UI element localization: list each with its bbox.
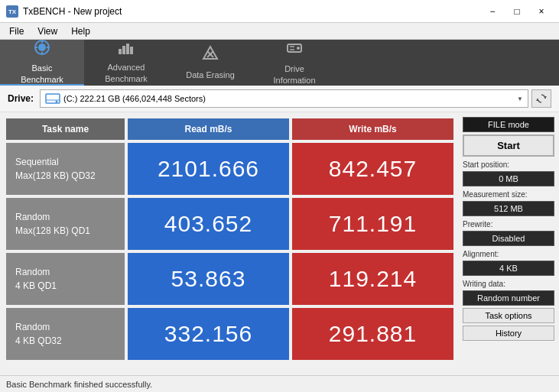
drive-information-label: DriveInformation [273,63,315,86]
main-area: Task name Read mB/s Write mB/s Sequentia… [0,112,559,375]
table-row: Random 4 KB QD32 332.156 291.881 [6,308,453,360]
alignment-label: Alignment: [463,250,554,258]
close-button[interactable]: × [530,4,553,19]
advanced-benchmark-label: AdvancedBenchmark [105,62,148,84]
row-3-task: Random 4 KB QD32 [6,308,125,360]
measurement-size-label: Measurement size: [463,190,554,199]
menu-help[interactable]: Help [65,24,96,38]
svg-rect-8 [119,49,122,54]
table-row: Random Max(128 KB) QD1 403.652 711.191 [6,198,453,250]
svg-marker-23 [536,99,539,101]
svg-point-3 [38,44,46,51]
title-bar-left: TX TxBENCH - New project [6,5,122,18]
drive-select[interactable]: (C:) 222.21 GB (466,024,448 Sectors) [40,89,528,108]
row-0-read: 2101.666 [128,143,289,195]
drive-label: Drive: [8,93,34,104]
writing-data-value[interactable]: Random number [463,290,554,306]
table-header: Task name Read mB/s Write mB/s [6,118,453,140]
basic-benchmark-label: BasicBenchmark [21,63,63,85]
tab-drive-information[interactable]: DriveInformation [252,40,336,86]
svg-marker-22 [544,96,547,99]
svg-text:TX: TX [8,8,17,15]
col-header-write: Write mB/s [292,118,453,140]
row-3-write: 291.881 [292,308,453,360]
svg-marker-12 [203,47,217,59]
row-2-write: 119.214 [292,253,453,305]
drive-refresh-button[interactable] [531,89,551,108]
row-1-write: 711.191 [292,198,453,250]
tab-basic-benchmark[interactable]: BasicBenchmark [0,40,84,86]
writing-data-label: Writing data: [463,280,554,288]
history-button[interactable]: History [463,326,554,341]
svg-point-21 [56,101,58,103]
col-header-task: Task name [6,118,125,140]
app-icon: TX [6,5,18,18]
prewrite-value[interactable]: Disabled [463,231,554,246]
drive-information-icon [286,40,303,61]
basic-benchmark-icon [34,39,50,60]
app-title: TxBENCH - New project [23,6,122,17]
title-bar: TX TxBENCH - New project − □ × [0,0,559,23]
status-bar: Basic Benchmark finished successfully. [0,375,559,392]
row-2-read: 53.863 [128,253,289,305]
table-row: Sequential Max(128 KB) QD32 2101.666 842… [6,143,453,195]
start-position-value[interactable]: 0 MB [463,171,554,186]
advanced-benchmark-icon [118,41,135,60]
task-options-button[interactable]: Task options [463,308,554,323]
svg-rect-11 [130,47,133,54]
data-erasing-label: Data Erasing [186,70,235,80]
status-message: Basic Benchmark finished successfully. [6,380,152,389]
minimize-button[interactable]: − [481,4,504,19]
menu-view[interactable]: View [31,24,63,38]
right-panel: FILE mode Start Start position: 0 MB Mea… [460,112,559,375]
menu-bar: File View Help [0,23,559,40]
toolbar: BasicBenchmark AdvancedBenchmark Data Er… [0,40,559,86]
drive-select-container: (C:) 222.21 GB (466,024,448 Sectors) [40,89,551,108]
start-position-label: Start position: [463,160,554,169]
data-erasing-icon [202,45,219,66]
tab-advanced-benchmark[interactable]: AdvancedBenchmark [84,40,168,86]
file-mode-button[interactable]: FILE mode [463,117,554,132]
svg-point-16 [297,47,300,50]
row-1-read: 403.652 [128,198,289,250]
row-0-task: Sequential Max(128 KB) QD32 [6,143,125,195]
row-1-task: Random Max(128 KB) QD1 [6,198,125,250]
row-3-read: 332.156 [128,308,289,360]
title-bar-controls: − □ × [481,4,553,19]
prewrite-label: Prewrite: [463,220,554,228]
row-0-write: 842.457 [292,143,453,195]
tab-data-erasing[interactable]: Data Erasing [168,40,252,86]
benchmark-table: Task name Read mB/s Write mB/s Sequentia… [0,112,460,375]
start-button[interactable]: Start [463,134,554,157]
measurement-size-value[interactable]: 512 MB [463,201,554,216]
svg-rect-10 [126,44,129,54]
drive-row: Drive: (C:) 222.21 GB (466,024,448 Secto… [0,86,559,112]
table-row: Random 4 KB QD1 53.863 119.214 [6,253,453,305]
svg-rect-9 [122,46,125,54]
menu-file[interactable]: File [3,24,30,38]
alignment-value[interactable]: 4 KB [463,261,554,276]
maximize-button[interactable]: □ [505,4,528,19]
col-header-read: Read mB/s [128,118,289,140]
row-2-task: Random 4 KB QD1 [6,253,125,305]
drive-selected-text: (C:) 222.21 GB (466,024,448 Sectors) [63,94,206,103]
